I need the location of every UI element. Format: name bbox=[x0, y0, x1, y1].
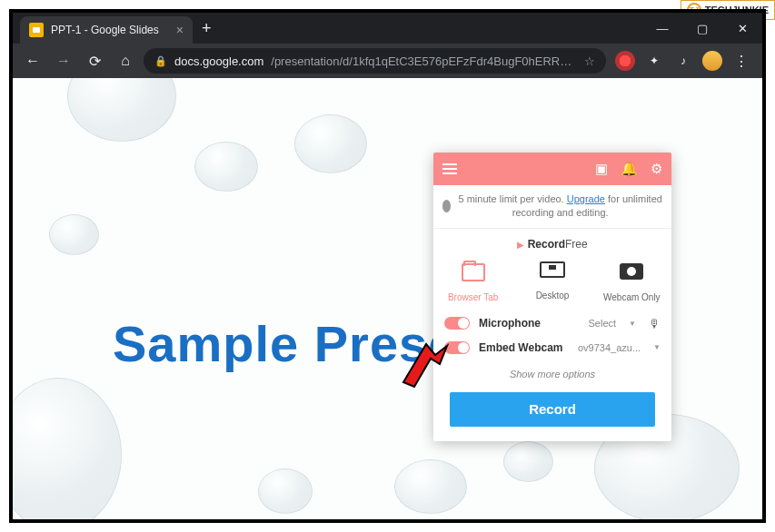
water-drop-decoration bbox=[67, 78, 176, 142]
window-maximize-button[interactable]: ▢ bbox=[682, 22, 722, 35]
profile-avatar-icon[interactable] bbox=[702, 51, 722, 71]
settings-gear-icon[interactable]: ⚙ bbox=[651, 161, 662, 177]
popup-menu-button[interactable] bbox=[442, 163, 457, 174]
videos-library-icon[interactable]: ▣ bbox=[595, 161, 608, 177]
microphone-row: Microphone Select ▼ 🎙 bbox=[433, 311, 671, 336]
slides-favicon-icon bbox=[29, 23, 44, 37]
window-minimize-button[interactable]: — bbox=[642, 22, 682, 35]
microphone-label: Microphone bbox=[479, 317, 580, 330]
chrome-menu-button[interactable] bbox=[731, 51, 751, 71]
mode-browser-label: Browser Tab bbox=[448, 292, 498, 302]
popup-info-banner: 5 minute limit per video. Upgrade for un… bbox=[433, 185, 671, 229]
nav-back-button[interactable]: ← bbox=[20, 53, 45, 69]
mode-desktop-label: Desktop bbox=[536, 291, 570, 300]
window-close-button[interactable]: ✕ bbox=[722, 22, 762, 35]
lock-icon: 🔒 bbox=[154, 55, 167, 67]
outer-frame: PPT-1 - Google Slides × + — ▢ ✕ ← → ⟳ ⌂ … bbox=[9, 9, 766, 523]
water-drop-decoration bbox=[294, 114, 367, 173]
clock-icon bbox=[442, 200, 451, 212]
screencastify-extension-icon[interactable] bbox=[615, 51, 635, 71]
microphone-level-icon: 🎙 bbox=[649, 317, 661, 330]
popup-header: ▣ 🔔 ⚙ bbox=[433, 153, 671, 185]
embed-webcam-label: Embed Webcam bbox=[479, 341, 569, 354]
show-more-options-link[interactable]: Show more options bbox=[433, 360, 671, 389]
url-path: /presentation/d/1kfq1qEtC3E576pEFzFdr4Bu… bbox=[271, 54, 577, 68]
water-drop-decoration bbox=[194, 142, 258, 192]
address-bar[interactable]: 🔒 docs.google.com /presentation/d/1kfq1q… bbox=[144, 48, 606, 74]
music-extension-icon[interactable] bbox=[673, 51, 693, 71]
svg-rect-0 bbox=[33, 27, 40, 33]
brand-light: Free bbox=[565, 238, 588, 251]
red-arrow-annotation bbox=[394, 337, 449, 391]
water-drop-decoration bbox=[394, 459, 467, 514]
bookmark-star-icon[interactable]: ☆ bbox=[584, 54, 595, 68]
upgrade-link[interactable]: Upgrade bbox=[567, 193, 605, 204]
extensions-tray bbox=[611, 51, 755, 71]
nav-reload-button[interactable]: ⟳ bbox=[82, 53, 107, 70]
nav-forward-button[interactable]: → bbox=[51, 53, 76, 69]
webcam-select[interactable]: ov9734_azu... bbox=[578, 342, 641, 353]
mode-webcam-only[interactable]: Webcam Only bbox=[595, 261, 668, 302]
info-text-prefix: 5 minute limit per video. bbox=[459, 193, 567, 204]
tab-active[interactable]: PPT-1 - Google Slides × bbox=[20, 16, 193, 44]
water-drop-decoration bbox=[258, 468, 313, 514]
nav-home-button[interactable]: ⌂ bbox=[113, 53, 138, 69]
screencastify-popup: ▣ 🔔 ⚙ 5 minute limit per video. Upgrade … bbox=[433, 153, 671, 441]
dropdown-caret-icon[interactable]: ▼ bbox=[653, 343, 661, 351]
brand-bold: Record bbox=[528, 238, 565, 251]
chrome-window: PPT-1 - Google Slides × + — ▢ ✕ ← → ⟳ ⌂ … bbox=[13, 13, 762, 519]
tab-bar: PPT-1 - Google Slides × + — ▢ ✕ bbox=[13, 13, 762, 44]
water-drop-decoration bbox=[13, 378, 122, 519]
embed-webcam-row: Embed Webcam ov9734_azu... ▼ bbox=[433, 336, 671, 360]
water-drop-decoration bbox=[503, 441, 553, 482]
microphone-select[interactable]: Select bbox=[589, 318, 617, 329]
notifications-bell-icon[interactable]: 🔔 bbox=[621, 161, 638, 177]
mode-desktop[interactable]: Desktop bbox=[516, 261, 589, 302]
new-tab-button[interactable]: + bbox=[193, 19, 221, 38]
desktop-icon bbox=[540, 261, 565, 278]
browser-toolbar: ← → ⟳ ⌂ 🔒 docs.google.com /presentation/… bbox=[13, 44, 762, 78]
page-content: Sample Prese ▣ 🔔 ⚙ 5 minute limit per vi… bbox=[13, 78, 762, 519]
tab-title: PPT-1 - Google Slides bbox=[51, 24, 159, 36]
window-controls: — ▢ ✕ bbox=[642, 13, 762, 44]
mode-webcam-label: Webcam Only bbox=[603, 292, 661, 302]
webcam-icon bbox=[620, 263, 643, 280]
brand-dot-icon: ▶ bbox=[517, 240, 524, 250]
mode-browser-tab[interactable]: Browser Tab bbox=[437, 261, 510, 302]
popup-brand: ▶ RecordFree bbox=[433, 229, 671, 256]
microphone-toggle[interactable] bbox=[444, 317, 470, 330]
dropdown-caret-icon[interactable]: ▼ bbox=[629, 320, 636, 328]
water-drop-decoration bbox=[49, 214, 99, 255]
record-modes: Browser Tab Desktop Webcam Only bbox=[433, 256, 671, 311]
extensions-puzzle-icon[interactable] bbox=[644, 51, 664, 71]
url-host: docs.google.com bbox=[174, 54, 263, 68]
record-button[interactable]: Record bbox=[450, 392, 655, 427]
browser-tab-icon bbox=[462, 263, 485, 281]
tab-close-icon[interactable]: × bbox=[176, 23, 184, 37]
